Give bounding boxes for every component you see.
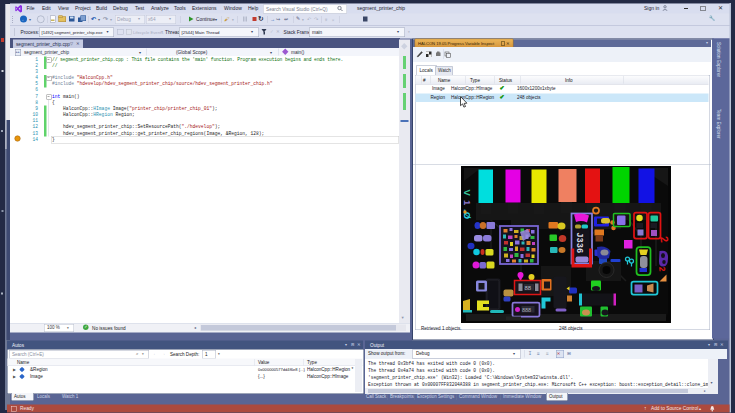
svg-text:J336: J336 [575,233,585,254]
svg-text:888: 888 [522,307,531,313]
svg-text:1: 1 [462,200,473,206]
svg-text:V: V [462,190,473,197]
svg-text:.Ø: .Ø [462,209,473,219]
svg-text:88: 88 [525,285,532,291]
